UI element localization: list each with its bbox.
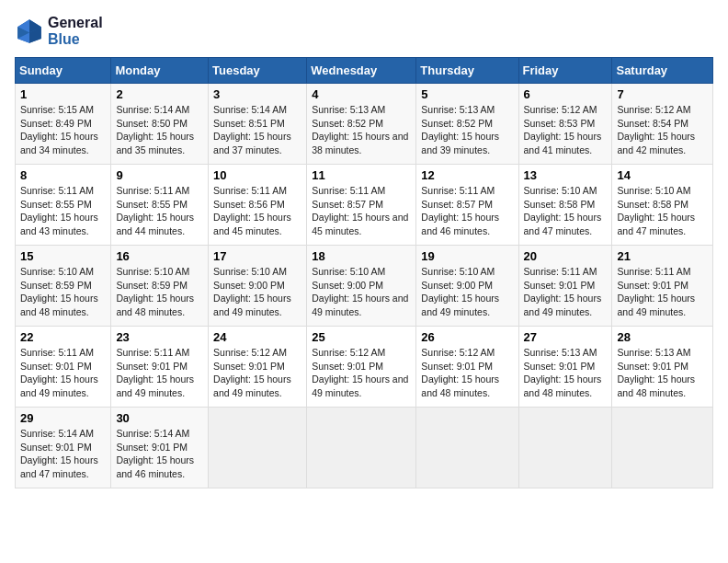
day-number: 20	[524, 249, 608, 263]
calendar-cell: 13Sunrise: 5:10 AMSunset: 8:58 PMDayligh…	[518, 165, 612, 246]
calendar-cell: 7Sunrise: 5:12 AMSunset: 8:54 PMDaylight…	[612, 84, 713, 165]
day-detail: Sunrise: 5:13 AMSunset: 9:01 PMDaylight:…	[617, 346, 708, 400]
header-saturday: Saturday	[612, 58, 713, 84]
day-detail: Sunrise: 5:11 AMSunset: 8:57 PMDaylight:…	[312, 184, 411, 238]
calendar-cell: 25Sunrise: 5:12 AMSunset: 9:01 PMDayligh…	[307, 327, 416, 408]
day-detail: Sunrise: 5:15 AMSunset: 8:49 PMDaylight:…	[20, 103, 106, 157]
day-number: 22	[20, 330, 106, 344]
calendar-cell: 26Sunrise: 5:12 AMSunset: 9:01 PMDayligh…	[416, 327, 518, 408]
header-wednesday: Wednesday	[307, 58, 416, 84]
day-number: 19	[421, 249, 513, 263]
day-detail: Sunrise: 5:10 AMSunset: 8:58 PMDaylight:…	[617, 184, 708, 238]
week-row-4: 22Sunrise: 5:11 AMSunset: 9:01 PMDayligh…	[16, 327, 713, 408]
calendar-cell: 21Sunrise: 5:11 AMSunset: 9:01 PMDayligh…	[612, 246, 713, 327]
calendar-cell: 29Sunrise: 5:14 AMSunset: 9:01 PMDayligh…	[16, 408, 111, 488]
calendar-cell	[209, 408, 307, 488]
day-detail: Sunrise: 5:14 AMSunset: 9:01 PMDaylight:…	[20, 427, 106, 481]
calendar-cell: 12Sunrise: 5:11 AMSunset: 8:57 PMDayligh…	[416, 165, 518, 246]
day-detail: Sunrise: 5:11 AMSunset: 8:55 PMDaylight:…	[20, 184, 106, 238]
day-detail: Sunrise: 5:11 AMSunset: 9:01 PMDaylight:…	[524, 265, 608, 319]
day-number: 24	[213, 330, 301, 344]
page-header: General Blue	[15, 15, 713, 48]
header-friday: Friday	[518, 58, 612, 84]
calendar-cell: 5Sunrise: 5:13 AMSunset: 8:52 PMDaylight…	[416, 84, 518, 165]
day-number: 11	[312, 168, 411, 182]
day-number: 2	[116, 87, 203, 101]
calendar-cell: 8Sunrise: 5:11 AMSunset: 8:55 PMDaylight…	[16, 165, 111, 246]
day-number: 21	[617, 249, 708, 263]
day-number: 4	[312, 87, 411, 101]
day-number: 17	[213, 249, 301, 263]
day-number: 18	[312, 249, 411, 263]
day-detail: Sunrise: 5:13 AMSunset: 8:52 PMDaylight:…	[421, 103, 513, 157]
day-number: 30	[116, 411, 203, 425]
calendar-cell: 3Sunrise: 5:14 AMSunset: 8:51 PMDaylight…	[209, 84, 307, 165]
logo: General Blue	[15, 15, 103, 48]
day-detail: Sunrise: 5:11 AMSunset: 9:01 PMDaylight:…	[20, 346, 106, 400]
calendar-cell: 9Sunrise: 5:11 AMSunset: 8:55 PMDaylight…	[111, 165, 209, 246]
day-detail: Sunrise: 5:13 AMSunset: 9:01 PMDaylight:…	[524, 346, 608, 400]
week-row-3: 15Sunrise: 5:10 AMSunset: 8:59 PMDayligh…	[16, 246, 713, 327]
calendar-cell: 19Sunrise: 5:10 AMSunset: 9:00 PMDayligh…	[416, 246, 518, 327]
header-monday: Monday	[111, 58, 209, 84]
day-number: 12	[421, 168, 513, 182]
day-number: 3	[213, 87, 301, 101]
calendar-cell: 20Sunrise: 5:11 AMSunset: 9:01 PMDayligh…	[518, 246, 612, 327]
day-detail: Sunrise: 5:10 AMSunset: 9:00 PMDaylight:…	[213, 265, 301, 319]
header-tuesday: Tuesday	[209, 58, 307, 84]
day-detail: Sunrise: 5:12 AMSunset: 8:53 PMDaylight:…	[524, 103, 608, 157]
calendar-cell: 27Sunrise: 5:13 AMSunset: 9:01 PMDayligh…	[518, 327, 612, 408]
day-detail: Sunrise: 5:12 AMSunset: 9:01 PMDaylight:…	[213, 346, 301, 400]
week-row-2: 8Sunrise: 5:11 AMSunset: 8:55 PMDaylight…	[16, 165, 713, 246]
calendar-cell: 30Sunrise: 5:14 AMSunset: 9:01 PMDayligh…	[111, 408, 209, 488]
day-detail: Sunrise: 5:10 AMSunset: 8:58 PMDaylight:…	[524, 184, 608, 238]
day-detail: Sunrise: 5:11 AMSunset: 8:56 PMDaylight:…	[213, 184, 301, 238]
day-detail: Sunrise: 5:11 AMSunset: 8:57 PMDaylight:…	[421, 184, 513, 238]
day-detail: Sunrise: 5:10 AMSunset: 9:00 PMDaylight:…	[421, 265, 513, 319]
day-number: 25	[312, 330, 411, 344]
day-detail: Sunrise: 5:12 AMSunset: 9:01 PMDaylight:…	[312, 346, 411, 400]
calendar-cell: 4Sunrise: 5:13 AMSunset: 8:52 PMDaylight…	[307, 84, 416, 165]
day-number: 16	[116, 249, 203, 263]
day-number: 26	[421, 330, 513, 344]
day-detail: Sunrise: 5:10 AMSunset: 8:59 PMDaylight:…	[20, 265, 106, 319]
day-detail: Sunrise: 5:10 AMSunset: 8:59 PMDaylight:…	[116, 265, 203, 319]
calendar-cell: 6Sunrise: 5:12 AMSunset: 8:53 PMDaylight…	[518, 84, 612, 165]
week-row-5: 29Sunrise: 5:14 AMSunset: 9:01 PMDayligh…	[16, 408, 713, 488]
calendar-cell	[612, 408, 713, 488]
day-number: 1	[20, 87, 106, 101]
day-number: 9	[116, 168, 203, 182]
day-number: 7	[617, 87, 708, 101]
calendar-cell: 16Sunrise: 5:10 AMSunset: 8:59 PMDayligh…	[111, 246, 209, 327]
calendar-cell: 14Sunrise: 5:10 AMSunset: 8:58 PMDayligh…	[612, 165, 713, 246]
calendar-cell: 23Sunrise: 5:11 AMSunset: 9:01 PMDayligh…	[111, 327, 209, 408]
calendar-cell: 17Sunrise: 5:10 AMSunset: 9:00 PMDayligh…	[209, 246, 307, 327]
calendar-cell: 15Sunrise: 5:10 AMSunset: 8:59 PMDayligh…	[16, 246, 111, 327]
day-detail: Sunrise: 5:14 AMSunset: 9:01 PMDaylight:…	[116, 427, 203, 481]
calendar-cell: 10Sunrise: 5:11 AMSunset: 8:56 PMDayligh…	[209, 165, 307, 246]
calendar-cell: 18Sunrise: 5:10 AMSunset: 9:00 PMDayligh…	[307, 246, 416, 327]
day-detail: Sunrise: 5:14 AMSunset: 8:50 PMDaylight:…	[116, 103, 203, 157]
calendar-cell: 28Sunrise: 5:13 AMSunset: 9:01 PMDayligh…	[612, 327, 713, 408]
day-number: 15	[20, 249, 106, 263]
calendar-cell: 24Sunrise: 5:12 AMSunset: 9:01 PMDayligh…	[209, 327, 307, 408]
calendar-cell	[518, 408, 612, 488]
day-detail: Sunrise: 5:11 AMSunset: 9:01 PMDaylight:…	[617, 265, 708, 319]
calendar-cell	[307, 408, 416, 488]
day-detail: Sunrise: 5:12 AMSunset: 9:01 PMDaylight:…	[421, 346, 513, 400]
day-number: 10	[213, 168, 301, 182]
header-thursday: Thursday	[416, 58, 518, 84]
logo-text: General Blue	[48, 15, 103, 48]
day-number: 6	[524, 87, 608, 101]
week-row-1: 1Sunrise: 5:15 AMSunset: 8:49 PMDaylight…	[16, 84, 713, 165]
day-detail: Sunrise: 5:12 AMSunset: 8:54 PMDaylight:…	[617, 103, 708, 157]
day-number: 8	[20, 168, 106, 182]
day-detail: Sunrise: 5:11 AMSunset: 8:55 PMDaylight:…	[116, 184, 203, 238]
day-number: 13	[524, 168, 608, 182]
day-detail: Sunrise: 5:14 AMSunset: 8:51 PMDaylight:…	[213, 103, 301, 157]
day-detail: Sunrise: 5:11 AMSunset: 9:01 PMDaylight:…	[116, 346, 203, 400]
calendar-cell: 22Sunrise: 5:11 AMSunset: 9:01 PMDayligh…	[16, 327, 111, 408]
logo-icon	[15, 17, 44, 46]
calendar-cell: 11Sunrise: 5:11 AMSunset: 8:57 PMDayligh…	[307, 165, 416, 246]
calendar-cell	[416, 408, 518, 488]
